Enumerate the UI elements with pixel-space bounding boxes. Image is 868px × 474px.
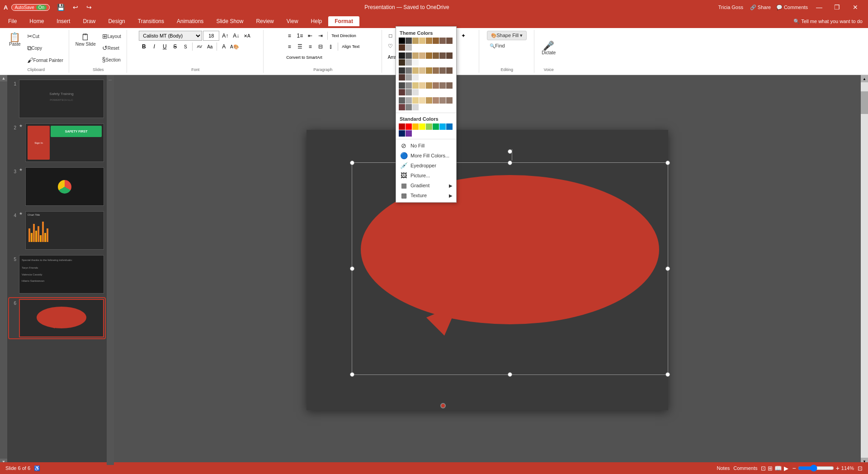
view-presentation-button[interactable]: ▶ [784,465,788,472]
slide-item-1[interactable]: 1 Safety Training POWERTECH LLC [9,79,105,119]
std-color-yellow[interactable] [419,123,425,130]
view-normal-button[interactable]: ⊡ [761,465,766,472]
numbering-button[interactable]: 1≡ [295,31,305,41]
tab-format[interactable]: Format [328,16,359,26]
zoom-in-button[interactable]: + [836,465,840,472]
paste-button[interactable]: 📋 Paste [6,31,24,66]
share-button[interactable]: 🔗 Share [747,0,774,14]
gradient-item[interactable]: ▦ Gradient ▶ [396,180,456,190]
theme-color-shade[interactable] [406,97,412,104]
theme-color-shade[interactable] [406,67,412,74]
increase-indent-button[interactable]: ⇥ [316,31,326,41]
tab-draw[interactable]: Draw [76,16,102,26]
decrease-indent-button[interactable]: ⇤ [305,31,315,41]
theme-color-shade[interactable] [406,52,412,59]
columns-button[interactable]: ⫿ [326,42,336,52]
theme-color-shade[interactable] [399,52,405,59]
theme-color-shade[interactable] [433,97,439,104]
italic-button[interactable]: I [149,42,159,52]
theme-color-shade[interactable] [412,67,419,74]
canvas-area[interactable]: | [107,75,868,465]
theme-color-swatch[interactable] [419,38,425,44]
theme-color-shade[interactable] [419,67,425,74]
decrease-font-button[interactable]: A↓ [231,31,241,41]
undo-button[interactable]: ↩ [69,3,82,12]
section-button[interactable]: § Section [99,54,124,65]
theme-color-swatch[interactable] [439,38,446,44]
theme-color-swatch[interactable] [433,38,439,44]
autosave-toggle[interactable]: On [36,5,47,10]
std-color-light-blue[interactable] [439,123,446,130]
theme-color-shade[interactable] [426,67,432,74]
theme-color-shade[interactable] [433,82,439,89]
fit-slide-button[interactable]: ⊡ [858,465,863,472]
comments-status-button[interactable]: Comments [733,465,757,471]
char-spacing-button[interactable]: AV [194,42,204,52]
theme-color-shade[interactable] [426,97,432,104]
shape-fill-button[interactable]: 🎨 Shape Fill ▾ [487,31,527,40]
texture-item[interactable]: ▩ Texture ▶ [396,190,456,200]
tab-review[interactable]: Review [250,16,280,26]
theme-color-shade[interactable] [439,82,446,89]
tab-design[interactable]: Design [102,16,131,26]
save-button[interactable]: 💾 [53,3,68,12]
scroll-up-button[interactable]: ▲ [0,75,7,81]
theme-color-shade[interactable] [406,59,412,66]
theme-color-shade[interactable] [412,97,419,104]
cut-button[interactable]: ✂ Cut [24,31,66,42]
theme-color-shade[interactable] [399,89,405,95]
slide-item-2[interactable]: 2 ★ Sign In SAFETY FIRST [9,123,105,163]
zoom-out-button[interactable]: − [792,465,796,472]
reset-button[interactable]: ↺ Reset [99,43,124,53]
autosave-badge[interactable]: AutoSave On [11,4,50,11]
change-case-button[interactable]: Aa [205,42,215,52]
std-color-blue[interactable] [446,123,453,130]
theme-color-shade[interactable] [419,82,425,89]
std-color-green[interactable] [433,123,439,130]
font-color-button[interactable]: A [219,42,229,52]
layout-button[interactable]: ⊞ Layout [99,31,124,42]
handle-br[interactable] [665,372,670,377]
tab-insert[interactable]: Insert [50,16,76,26]
new-slide-button[interactable]: 🗒 New Slide [73,31,99,66]
find-button[interactable]: 🔍 Find [487,41,527,50]
comments-button[interactable]: 💬 Comments [774,0,810,14]
shape-9[interactable]: ♡ [386,41,396,51]
text-direction-button[interactable]: Text Direction [330,31,358,41]
bullets-button[interactable]: ≡ [284,31,294,41]
align-text-button[interactable]: Align Text [340,42,361,52]
dictate-button[interactable]: 🎤 Dictate [539,39,558,57]
theme-color-shade[interactable] [439,97,446,104]
theme-color-shade[interactable] [406,82,412,89]
eyedropper-item[interactable]: 💉 Eyedropper [396,161,456,171]
redo-button[interactable]: ↪ [83,3,95,12]
slide-item-6[interactable]: 6 [9,298,105,338]
theme-color-swatch[interactable] [446,38,453,44]
theme-color-shade[interactable] [406,104,412,110]
theme-color-shade[interactable] [419,97,425,104]
picture-item[interactable]: 🖼 Picture... [396,171,456,180]
std-color-orange[interactable] [412,123,419,130]
zoom-slider[interactable] [798,465,834,472]
theme-color-shade[interactable] [433,67,439,74]
tab-slide-show[interactable]: Slide Show [210,16,250,26]
theme-color-swatch[interactable] [399,44,405,51]
tab-home[interactable]: Home [23,16,50,26]
no-fill-item[interactable]: ⊘ No Fill [396,141,456,151]
theme-color-shade[interactable] [399,82,405,89]
theme-color-swatch[interactable] [406,44,412,51]
theme-color-shade[interactable] [439,67,446,74]
tab-transitions[interactable]: Transitions [132,16,170,26]
theme-color-shade[interactable] [406,74,412,81]
theme-color-shade[interactable] [412,82,419,89]
std-color-purple[interactable] [406,130,412,137]
theme-color-swatch[interactable] [412,38,419,44]
theme-color-shade[interactable] [412,104,419,110]
minimize-button[interactable]: — [810,0,828,14]
theme-color-shade[interactable] [399,97,405,104]
tab-view[interactable]: View [280,16,305,26]
handle-rotate[interactable] [508,149,512,154]
close-button[interactable]: ✕ [846,0,864,14]
strikethrough-button[interactable]: S [170,42,180,52]
format-painter-button[interactable]: 🖌 Format Painter [24,55,66,66]
